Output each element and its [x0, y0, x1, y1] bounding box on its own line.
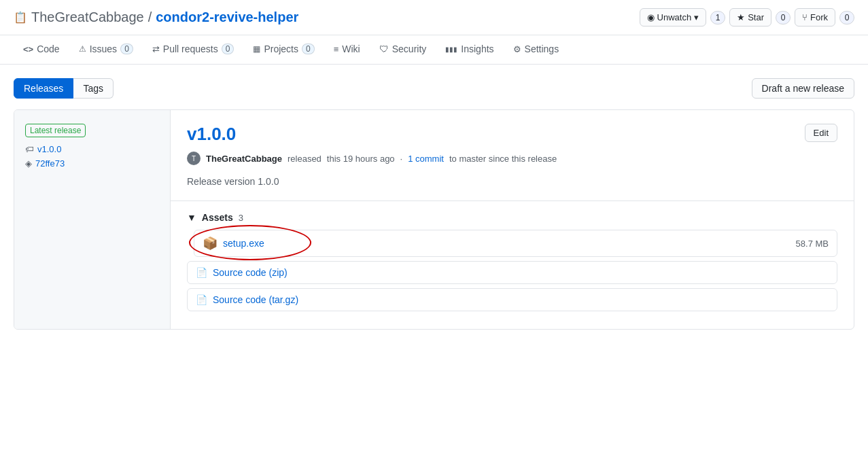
releases-tab[interactable]: Releases [14, 78, 73, 99]
latest-release-badge: Latest release [25, 124, 86, 137]
star-count: 0 [776, 11, 791, 24]
security-icon: 🛡 [379, 43, 389, 54]
fork-count: 0 [839, 11, 854, 24]
releases-bar: Releases Tags Draft a new release [14, 78, 854, 99]
commit-icon: ◈ [25, 158, 32, 169]
projects-icon: ▦ [253, 44, 260, 54]
release-main-header: v1.0.0 Edit [187, 124, 837, 152]
assets-list: 📦 setup.exe 58.7 MB 📄 Source code (zip) [187, 230, 837, 311]
draft-release-button[interactable]: Draft a new release [752, 78, 854, 99]
release-area: Latest release 🏷 v1.0.0 ◈ 72ffe73 v1.0.0… [14, 109, 854, 330]
tab-insights[interactable]: ▮▮▮ Insights [436, 35, 503, 64]
tab-wiki-label: Wiki [342, 43, 360, 54]
tag-link[interactable]: v1.0.0 [37, 144, 61, 154]
tar-icon: 📄 [196, 294, 207, 305]
page-content: Releases Tags Draft a new release Latest… [0, 65, 868, 343]
setup-exe-size: 58.7 MB [796, 239, 829, 249]
tab-insights-label: Insights [461, 43, 493, 54]
release-main: v1.0.0 Edit T TheGreatCabbage released t… [171, 110, 854, 329]
assets-header[interactable]: ▼ Assets 3 [187, 212, 837, 223]
chevron-down-icon: ▾ [694, 12, 699, 22]
star-button[interactable]: ★ Star [729, 8, 771, 27]
tab-code-label: Code [37, 43, 59, 54]
asset-item-source-zip: 📄 Source code (zip) [187, 261, 837, 284]
asset-left-zip: 📄 Source code (zip) [196, 267, 288, 278]
repo-title: 📋 TheGreatCabbage / condor2-revive-helpe… [14, 10, 298, 25]
pr-icon: ⇄ [152, 44, 160, 54]
star-icon: ★ [737, 12, 745, 22]
tab-settings-label: Settings [525, 43, 559, 54]
release-author[interactable]: TheGreatCabbage [206, 154, 282, 164]
tag-icon: 🏷 [25, 144, 34, 154]
unwatch-label: Unwatch [657, 12, 692, 22]
assets-label: Assets [202, 212, 233, 223]
assets-divider [171, 200, 854, 201]
issues-icon: ⚠ [79, 44, 86, 54]
zip-icon: 📄 [196, 267, 207, 278]
commit-link[interactable]: 72ffe73 [35, 158, 65, 169]
sidebar-tag: 🏷 v1.0.0 [25, 144, 159, 154]
avatar: T [187, 152, 201, 165]
nav-tabs: <> Code ⚠ Issues 0 ⇄ Pull requests 0 ▦ P… [0, 35, 868, 65]
tab-issues[interactable]: ⚠ Issues 0 [69, 35, 143, 64]
setup-exe-link[interactable]: setup.exe [223, 238, 264, 249]
eye-icon: ◉ [647, 12, 655, 22]
settings-icon: ⚙ [513, 44, 521, 54]
code-icon: <> [23, 44, 33, 54]
edit-button[interactable]: Edit [805, 124, 837, 142]
repo-icon: 📋 [14, 11, 27, 24]
asset-left-setup: 📦 setup.exe [203, 236, 264, 251]
tab-wiki[interactable]: ≡ Wiki [324, 35, 370, 64]
tab-projects[interactable]: ▦ Projects 0 [243, 35, 324, 64]
to-master-text: to master since this release [449, 154, 557, 164]
source-code-zip-link[interactable]: Source code (zip) [213, 267, 288, 278]
releases-tabs: Releases Tags [14, 78, 114, 99]
release-sidebar: Latest release 🏷 v1.0.0 ◈ 72ffe73 [14, 110, 171, 329]
tab-security[interactable]: 🛡 Security [370, 35, 436, 64]
sidebar-commit: ◈ 72ffe73 [25, 158, 159, 169]
projects-count: 0 [302, 43, 315, 54]
star-label: Star [748, 12, 764, 22]
pr-count: 0 [222, 43, 235, 54]
fork-label: Fork [810, 12, 828, 22]
asset-item-source-tar: 📄 Source code (tar.gz) [187, 288, 837, 311]
commit-count-link[interactable]: 1 commit [408, 154, 444, 164]
release-title[interactable]: v1.0.0 [187, 124, 236, 145]
assets-count: 3 [239, 213, 243, 223]
repo-owner[interactable]: TheGreatCabbage [31, 10, 144, 25]
tags-tab[interactable]: Tags [73, 78, 114, 99]
source-code-tar-link[interactable]: Source code (tar.gz) [213, 294, 298, 305]
release-time: this 19 hours ago [327, 154, 395, 164]
repo-separator: / [148, 10, 152, 25]
unwatch-button[interactable]: ◉ Unwatch ▾ [640, 8, 707, 27]
repo-header: 📋 TheGreatCabbage / condor2-revive-helpe… [0, 0, 868, 35]
tab-issues-label: Issues [90, 43, 117, 54]
triangle-icon: ▼ [187, 212, 196, 223]
repo-actions: ◉ Unwatch ▾ 1 ★ Star 0 ⑂ Fork 0 [640, 8, 854, 27]
insights-icon: ▮▮▮ [445, 46, 457, 53]
released-text: released [288, 154, 322, 164]
tab-settings[interactable]: ⚙ Settings [504, 35, 569, 64]
tab-code[interactable]: <> Code [14, 35, 69, 64]
issues-count: 0 [120, 43, 133, 54]
tab-projects-label: Projects [264, 43, 298, 54]
tab-pr-label: Pull requests [163, 43, 218, 54]
tab-pull-requests[interactable]: ⇄ Pull requests 0 [143, 35, 244, 64]
unwatch-count: 1 [710, 11, 725, 24]
fork-button[interactable]: ⑂ Fork [795, 8, 835, 27]
fork-icon: ⑂ [802, 12, 808, 22]
release-meta: T TheGreatCabbage released this 19 hours… [187, 152, 837, 165]
dot-separator: · [400, 154, 403, 164]
asset-left-tar: 📄 Source code (tar.gz) [196, 294, 298, 305]
tab-security-label: Security [392, 43, 427, 54]
wiki-icon: ≡ [334, 44, 339, 54]
asset-item-setup: 📦 setup.exe 58.7 MB [194, 230, 837, 257]
box-icon: 📦 [203, 236, 218, 251]
release-description: Release version 1.0.0 [187, 176, 837, 187]
repo-name[interactable]: condor2-revive-helper [156, 10, 298, 25]
